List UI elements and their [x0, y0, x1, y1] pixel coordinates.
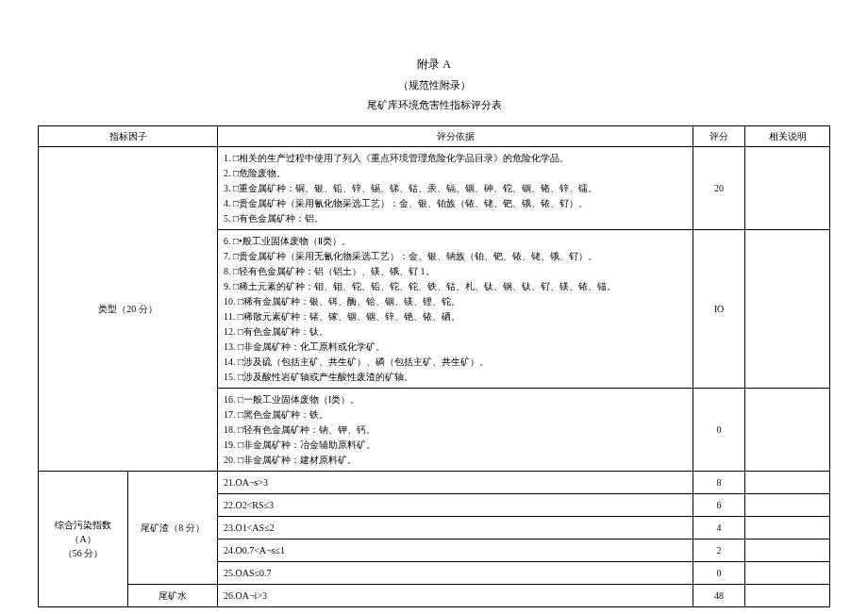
- note-cell: [745, 389, 830, 472]
- col-score: 评分: [693, 126, 745, 147]
- col-factor: 指标因子: [39, 126, 218, 147]
- basis-line: 6. □•般工业固体废物（Ⅱ类）。: [224, 234, 687, 248]
- basis-cell: 22.O2<RS≤3: [218, 494, 693, 517]
- score-cell: 0: [693, 562, 745, 585]
- basis-line: 5. □有色金属矿种：铝。: [224, 211, 687, 225]
- basis-line: 20. □非金属矿种：建材原料矿。: [224, 453, 687, 467]
- subfactor-cell: 尾矿水: [128, 585, 218, 607]
- note-cell: [745, 494, 830, 517]
- score-cell: IO: [693, 230, 745, 389]
- basis-cell: 16. □一般工业固体废物（I类）。17. □黑色金属矿种：铁。18. □轻有色…: [218, 389, 693, 472]
- score-cell: 48: [693, 585, 745, 607]
- score-cell: 8: [693, 472, 745, 494]
- note-cell: [745, 562, 830, 585]
- table-header-row: 指标因子 评分依据 评分 相关说明: [39, 126, 830, 147]
- basis-line: 8. □轻有色金属矿种：铝（铝土）、镁、锇、钌 1。: [224, 264, 687, 278]
- basis-line: 17. □黑色金属矿种：铁。: [224, 407, 687, 422]
- note-cell: [745, 147, 830, 230]
- basis-cell: 23.O1<AS≤2: [218, 517, 693, 539]
- note-cell: [745, 517, 830, 539]
- score-cell: 20: [693, 147, 745, 230]
- score-cell: 6: [693, 494, 745, 517]
- table-row: 类型（20 分）1. □相关的生产过程中使用了列入《重点环境管理危险化学品目录》…: [39, 147, 830, 230]
- factor-cell: 类型（20 分）: [39, 147, 218, 472]
- scoring-table: 指标因子 评分依据 评分 相关说明 类型（20 分）1. □相关的生产过程中使用…: [38, 125, 830, 607]
- table-row: 尾矿水26.OA¬i>348: [39, 585, 830, 607]
- basis-line: 3. □重金属矿种：铜、银、铅、锌、锡、锑、钴、汞、镉、铟、砷、铊、铟、铬、锌、…: [224, 181, 687, 195]
- basis-line: 16. □一般工业固体废物（I类）。: [224, 392, 687, 407]
- score-cell: 0: [693, 389, 745, 472]
- basis-line: 7. □贵金属矿种（采用无氰化物采选工艺）：金、银、钠族（铂、钯、铱、铑、锇、钌…: [224, 249, 687, 263]
- basis-line: 24.O0.7<A¬s≤1: [224, 543, 687, 557]
- col-basis: 评分依据: [218, 126, 693, 147]
- basis-line: 12. □有色金属矿种：钛。: [224, 324, 687, 339]
- basis-line: 15. □涉及酸性岩矿轴或产生酸性废渣的矿轴。: [224, 370, 687, 384]
- basis-line: 23.O1<AS≤2: [224, 521, 687, 535]
- appendix-subtitle: （规范性附录）: [38, 78, 830, 92]
- basis-cell: 26.OA¬i>3: [218, 585, 693, 607]
- note-cell: [745, 539, 830, 562]
- table-title: 尾矿库环境危害性指标评分表: [38, 98, 830, 112]
- basis-line: 22.O2<RS≤3: [224, 498, 687, 512]
- basis-line: 19. □非金属矿种：冶金辅助原料矿。: [224, 438, 687, 452]
- basis-cell: 6. □•般工业固体废物（Ⅱ类）。7. □贵金属矿种（采用无氰化物采选工艺）：金…: [218, 230, 693, 389]
- basis-line: 26.OA¬i>3: [224, 589, 687, 603]
- basis-line: 4. □贵金属矿种（采用氰化物采选工艺）：金、银、铂族（铱、铑、钯、锇、铱、钌）…: [224, 196, 687, 210]
- appendix-label: 附录 A: [38, 57, 830, 73]
- factor-cell: 综合污染指数（A） （56 分）: [39, 472, 128, 607]
- subfactor-cell: 尾矿渣（8 分）: [128, 472, 218, 585]
- note-cell: [745, 472, 830, 494]
- document-header: 附录 A （规范性附录） 尾矿库环境危害性指标评分表: [38, 57, 830, 112]
- basis-cell: 25.OAS≤0.7: [218, 562, 693, 585]
- note-cell: [745, 585, 830, 607]
- col-note: 相关说明: [745, 126, 830, 147]
- basis-line: 1. □相关的生产过程中使用了列入《重点环境管理危险化学品目录》的危险化学品。: [224, 151, 687, 165]
- basis-line: 14. □涉及硫（包括主矿、共生矿）、磷（包括主矿、共生矿）。: [224, 355, 687, 369]
- basis-line: 9. □稀土元素的矿种：钼、钼、铊、铅、铊、铊、铁、钴、札、钛、钢、钛、钌、镁、…: [224, 279, 687, 293]
- basis-line: 13. □非金属矿种：化工原料或化学矿。: [224, 340, 687, 354]
- basis-line: 25.OAS≤0.7: [224, 566, 687, 580]
- basis-line: 10. □稀有金属矿种：银、铒、酶、铪、铟、镁、锂、铊。: [224, 294, 687, 308]
- score-cell: 4: [693, 517, 745, 539]
- table-row: 综合污染指数（A） （56 分）尾矿渣（8 分）21.OA¬s>38: [39, 472, 830, 494]
- score-cell: 2: [693, 539, 745, 562]
- basis-cell: 1. □相关的生产过程中使用了列入《重点环境管理危险化学品目录》的危险化学品。2…: [218, 147, 693, 230]
- note-cell: [745, 230, 830, 389]
- basis-cell: 24.O0.7<A¬s≤1: [218, 539, 693, 562]
- basis-line: 2. □危险废物。: [224, 166, 687, 180]
- basis-line: 11. □稀散元素矿种：锗、镓、铟、铟、锌、铯、铱、硒。: [224, 309, 687, 324]
- basis-line: 18. □轻有色金属矿种：钠、钾、钙。: [224, 423, 687, 437]
- basis-cell: 21.OA¬s>3: [218, 472, 693, 494]
- basis-line: 21.OA¬s>3: [224, 475, 687, 490]
